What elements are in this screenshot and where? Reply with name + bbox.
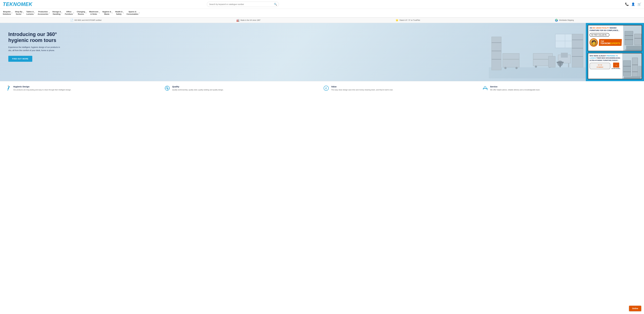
svg-text:£: £ <box>326 87 327 90</box>
svg-rect-42 <box>632 65 638 65</box>
svg-rect-0 <box>489 67 586 78</box>
factory-icon: 🏭 <box>236 19 240 22</box>
feature-hygienic-text: Hygienic Design Our products are long la… <box>13 85 71 91</box>
features-bar: Hygienic Design Our products are long la… <box>0 81 644 96</box>
comic-product-illustration <box>622 53 642 79</box>
chevron-down-icon: ▾ <box>99 12 100 14</box>
feature-hygienic-design: Hygienic Design Our products are long la… <box>6 85 162 92</box>
comic-title-teknom: TEKNOM <box>600 42 610 44</box>
svg-rect-21 <box>492 37 501 70</box>
svg-point-11 <box>535 65 537 68</box>
svg-rect-7 <box>572 48 583 48</box>
svg-rect-15 <box>568 63 569 67</box>
logo[interactable]: TEKNOMEK <box>3 1 32 7</box>
hero-section: Introducing our 360° hygienic room tours… <box>0 23 644 81</box>
chevron-down-icon: ▾ <box>73 12 74 14</box>
svg-rect-25 <box>503 53 519 67</box>
phone-icon[interactable]: 📞 <box>625 2 629 6</box>
comic-speech-bubble-1: SO THEY CALLED IN... <box>590 33 609 37</box>
svg-rect-30 <box>625 31 633 45</box>
nav-item-office[interactable]: Office Furniture ▾ <box>64 9 75 17</box>
chevron-down-icon: ▾ <box>23 12 24 14</box>
header-icons: 📞 👤 🛒 <box>625 2 641 6</box>
compass-icon <box>164 85 170 91</box>
nav-item-washroom[interactable]: Washroom & Sinks ▾ <box>88 9 101 17</box>
feature-value-text: Value The easy clean design save time an… <box>331 85 393 91</box>
nav-item-storage[interactable]: Storage & Handling ▾ <box>51 9 64 17</box>
nav-item-bespoke[interactable]: Bespoke Solutions ▾ <box>2 9 14 17</box>
hero-subtitle: Experience the intelligent, hygienic des… <box>8 46 61 52</box>
chevron-down-icon: ▾ <box>112 12 112 14</box>
nav-item-health[interactable]: Health & Safety ▾ <box>114 9 125 17</box>
svg-rect-24 <box>492 59 501 59</box>
feature-value: £ Value The easy clean design save time … <box>324 85 480 92</box>
svg-rect-5 <box>572 34 583 67</box>
svg-marker-47 <box>8 90 8 91</box>
svg-rect-44 <box>638 66 641 77</box>
search-icon[interactable]: 🔍 <box>274 3 277 6</box>
feature-service: Service We offer helpful advice, reliabl… <box>482 85 638 92</box>
nav-item-tables[interactable]: Tables & Lectems ▾ <box>25 9 36 17</box>
svg-point-20 <box>558 61 563 66</box>
headset-icon <box>482 85 488 91</box>
svg-rect-32 <box>625 39 633 40</box>
document-icon: 📄 <box>70 19 73 22</box>
hygienic-design-icon <box>6 85 11 92</box>
comic-panel-1-image <box>623 25 642 51</box>
find-out-more-button[interactable]: FIND OUT MORE <box>8 56 32 62</box>
account-icon[interactable]: 👤 <box>631 2 635 6</box>
comic-panel-2: WHO WERE ALREADY PREPARING TO LAUNCH THE… <box>588 53 642 79</box>
comic-kitchen-illustration <box>623 25 642 51</box>
comic-highlight-1: ISO 146444 FACILITY <box>592 27 609 29</box>
globe-icon: 🌍 <box>555 19 558 22</box>
feature-quality-text: Quality Quality workmanship, quality ste… <box>172 85 224 91</box>
hero-content: Introducing our 360° hygienic room tours… <box>8 31 61 62</box>
thought-bubble-label: HYGIENOX <box>592 66 608 68</box>
search-input[interactable] <box>207 2 279 7</box>
svg-rect-41 <box>632 58 638 77</box>
svg-rect-6 <box>572 40 583 40</box>
pencil-icon <box>6 85 11 91</box>
svg-rect-34 <box>634 38 641 38</box>
svg-rect-38 <box>623 60 631 76</box>
hero-left: Introducing our 360° hygienic room tours… <box>0 23 586 81</box>
cart-icon[interactable]: 🛒 <box>638 2 641 6</box>
nav-item-production[interactable]: Production Accessories ▾ <box>36 9 51 17</box>
info-iso: 📄 ISO 9001 and HACCP/GMP certified <box>70 19 102 22</box>
comic-title-experts: EXPERTS <box>610 42 620 44</box>
comic-panel-2-image <box>622 53 642 79</box>
nav-item-spares[interactable]: Spares & Consumables ▾ <box>125 9 141 17</box>
svg-rect-48 <box>8 86 9 86</box>
nav-item-shop-sector[interactable]: Shop By Sector ▾ <box>14 9 25 17</box>
comic-character-circle: 🧑 <box>590 38 598 47</box>
svg-point-27 <box>504 67 506 69</box>
comic-panel-2-text: WHO WERE ALREADY PREPARING TO LAUNCH THE… <box>590 55 621 62</box>
info-shipping: 🌍 Worldwide Shipping <box>555 19 574 22</box>
pound-circle-icon: £ <box>324 85 329 91</box>
star-icon: ⭐ <box>396 19 398 22</box>
service-icon <box>482 85 488 92</box>
chevron-down-icon: ▾ <box>12 12 12 14</box>
comic-panel-1: AN ISO 146444 FACILITY NEEDED FURNITURE … <box>588 25 642 51</box>
room-illustration <box>489 26 586 78</box>
header: TEKNOMEK 🔍 📞 👤 🛒 <box>0 0 644 9</box>
svg-rect-22 <box>492 42 501 43</box>
svg-rect-36 <box>625 49 641 50</box>
thought-bubble: ? ? ? HYGIENOX <box>590 63 610 69</box>
feature-service-text: Service We offer helpful advice, reliabl… <box>490 85 540 91</box>
hero-title: Introducing our 360° hygienic room tours <box>8 31 61 43</box>
svg-rect-31 <box>625 35 633 36</box>
svg-rect-23 <box>492 51 501 51</box>
quality-icon <box>164 85 170 92</box>
nav-item-changing[interactable]: Changing Rooms ▾ <box>75 9 88 17</box>
learn-more-label: LEARN MORE... <box>612 68 621 69</box>
nav-item-hygiene[interactable]: Hygiene & Waste ▾ <box>101 9 114 17</box>
svg-rect-43 <box>632 72 638 72</box>
svg-rect-26 <box>503 59 519 59</box>
learn-more-arrow-button[interactable]: → <box>613 63 619 67</box>
svg-rect-40 <box>623 72 631 72</box>
svg-point-56 <box>484 86 486 88</box>
svg-rect-57 <box>483 88 484 89</box>
svg-rect-16 <box>561 53 568 58</box>
main-nav: Bespoke Solutions ▾ Shop By Sector ▾ Tab… <box>0 9 644 17</box>
